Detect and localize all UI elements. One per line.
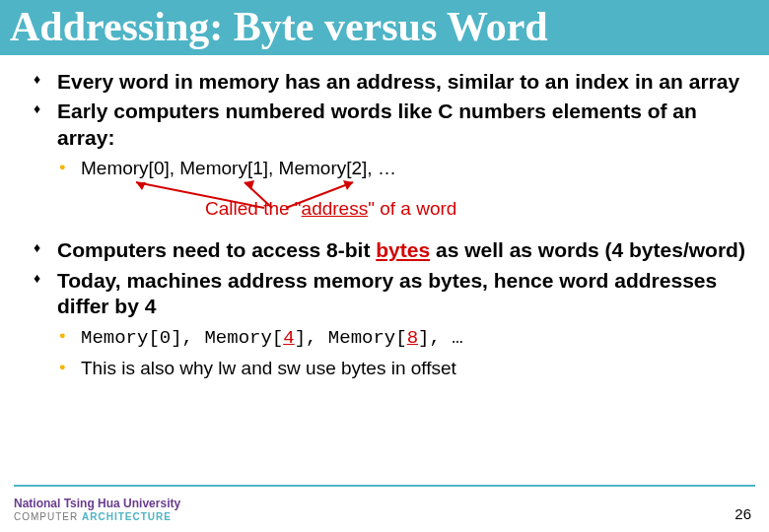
sub-bullet-item: This is also why lw and sw use bytes in … — [81, 357, 745, 381]
sub-bullet-text: This is also why lw and sw use bytes in … — [81, 358, 456, 378]
address-note: Called the "address" of a word — [205, 197, 456, 221]
slide: Addressing: Byte versus Word Every word … — [0, 0, 769, 532]
footer: National Tsing Hua University COMPUTER A… — [14, 498, 180, 522]
note-text: " of a word — [368, 198, 456, 219]
bullet-item: Today, machines address memory as bytes,… — [57, 268, 745, 381]
bullet-text: Computers need to access 8-bit — [57, 238, 376, 261]
svg-marker-3 — [245, 180, 254, 190]
code-text-emph: 4 — [283, 327, 294, 349]
bullet-text: as well as words (4 bytes/word) — [430, 238, 745, 261]
svg-marker-1 — [136, 182, 146, 190]
bytes-emphasis: bytes — [376, 238, 430, 261]
bullet-item: Computers need to access 8-bit bytes as … — [57, 237, 745, 263]
bullet-list-2: Computers need to access 8-bit bytes as … — [57, 237, 745, 380]
code-text: ], … — [418, 327, 463, 349]
slide-body: Every word in memory has an address, sim… — [0, 55, 769, 380]
bullet-text: Early computers numbered words like C nu… — [57, 100, 697, 148]
bullet-item: Every word in memory has an address, sim… — [57, 69, 745, 95]
footer-university: National Tsing Hua University — [14, 498, 180, 511]
page-number: 26 — [734, 505, 751, 522]
sub-bullet-item: Memory[0], Memory[1], Memory[2], … — [81, 157, 745, 181]
sub-bullet-list: Memory[0], Memory[1], Memory[2], … — [81, 157, 745, 181]
bullet-item: Early computers numbered words like C nu… — [57, 99, 745, 233]
code-text: ], Memory[ — [295, 327, 407, 349]
footer-dept-a: COMPUTER — [14, 511, 82, 522]
sub-bullet-list: Memory[0], Memory[4], Memory[8], … This … — [81, 325, 745, 380]
sub-bullet-text: Memory[0], Memory[1], Memory[2], … — [81, 158, 396, 178]
footer-divider — [14, 485, 755, 487]
bullet-text: Today, machines address memory as bytes,… — [57, 269, 717, 317]
svg-marker-5 — [343, 180, 353, 190]
code-text-emph: 8 — [407, 327, 418, 349]
footer-dept-b: ARCHITECTURE — [82, 511, 172, 522]
bullet-list-1: Every word in memory has an address, sim… — [57, 69, 745, 233]
slide-title: Addressing: Byte versus Word — [0, 0, 769, 55]
footer-department: COMPUTER ARCHITECTURE — [14, 511, 180, 523]
note-text: Called the " — [205, 198, 302, 219]
sub-bullet-item: Memory[0], Memory[4], Memory[8], … — [81, 325, 745, 351]
code-text: Memory[0], Memory[ — [81, 327, 283, 349]
note-underline: address — [302, 198, 369, 219]
